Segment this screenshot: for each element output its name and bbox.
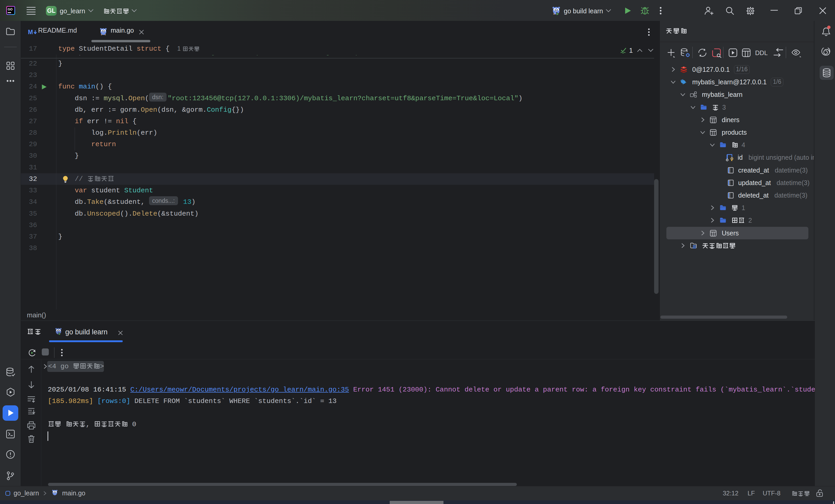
svg-text:GO: GO <box>8 7 13 11</box>
svg-text:M: M <box>28 29 33 36</box>
